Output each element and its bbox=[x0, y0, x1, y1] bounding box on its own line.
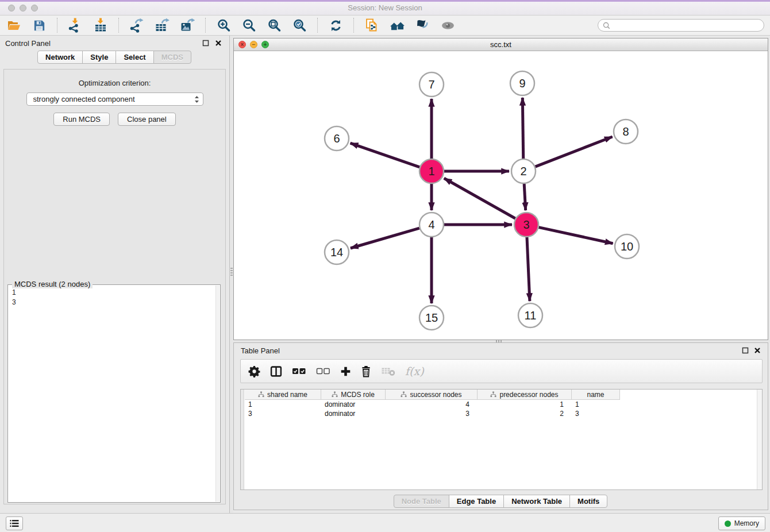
tab-mcds[interactable]: MCDS bbox=[153, 51, 191, 64]
save-session-button[interactable] bbox=[31, 17, 47, 33]
splitter-grip[interactable] bbox=[230, 268, 233, 276]
column-label: successor nodes bbox=[410, 391, 461, 399]
table-cell[interactable]: 3 bbox=[386, 409, 478, 418]
table-panel-tabs: Node TableEdge TableNetwork TableMotifs bbox=[234, 495, 768, 508]
main-toolbar bbox=[0, 16, 770, 36]
graph-edge-3-1[interactable] bbox=[444, 178, 515, 218]
trash-icon[interactable] bbox=[361, 365, 371, 377]
delete-table-icon-disabled bbox=[381, 366, 395, 376]
table-cell[interactable]: 3 bbox=[572, 409, 620, 418]
hide-panel-button[interactable] bbox=[440, 17, 456, 33]
analyzer-flag-icon bbox=[415, 18, 430, 33]
column-header-name[interactable]: name bbox=[572, 390, 620, 400]
gear-icon[interactable] bbox=[248, 365, 260, 377]
table-row[interactable]: 1dominator411 bbox=[245, 400, 620, 409]
graph-edge-1-6[interactable] bbox=[351, 143, 420, 167]
zoom-out-button[interactable] bbox=[241, 17, 257, 33]
new-network-from-selection-button[interactable] bbox=[364, 17, 380, 33]
save-disk-icon bbox=[32, 18, 47, 33]
tab-network[interactable]: Network bbox=[37, 51, 83, 64]
zoom-fit-button[interactable] bbox=[266, 17, 282, 33]
table-cell[interactable]: dominator bbox=[321, 400, 386, 409]
graph-edge-4-14[interactable] bbox=[351, 228, 419, 248]
table-cell[interactable]: 1 bbox=[245, 400, 321, 409]
network-analyzer-button[interactable] bbox=[414, 17, 430, 33]
tab-node-table[interactable]: Node Table bbox=[394, 495, 449, 508]
apply-layout-button[interactable] bbox=[328, 17, 344, 33]
table-row[interactable]: 3dominator323 bbox=[245, 409, 620, 418]
eye-icon bbox=[440, 18, 456, 33]
graph-edge-2-9[interactable] bbox=[522, 98, 523, 159]
table-cell[interactable]: 1 bbox=[572, 400, 620, 409]
show-all-networks-button[interactable] bbox=[389, 17, 405, 33]
close-panel-button[interactable]: Close panel bbox=[118, 113, 176, 126]
run-mcds-button[interactable]: Run MCDS bbox=[53, 113, 110, 126]
table-cell[interactable]: 2 bbox=[478, 409, 572, 418]
column-header-successor-nodes[interactable]: successor nodes bbox=[386, 390, 478, 400]
column-header-MCDS-role[interactable]: MCDS role bbox=[321, 390, 386, 400]
float-panel-icon[interactable] bbox=[741, 346, 749, 354]
attribute-tree-icon bbox=[332, 391, 338, 398]
export-table-button[interactable] bbox=[154, 17, 170, 33]
column-label: predecessor nodes bbox=[499, 391, 558, 399]
node-table: shared nameMCDS rolesuccessor nodesprede… bbox=[240, 389, 763, 490]
column-label: name bbox=[587, 391, 604, 399]
memory-button[interactable]: Memory bbox=[718, 516, 765, 530]
table-row-gutter bbox=[241, 390, 244, 489]
graph-node-label-11: 11 bbox=[525, 309, 537, 322]
tab-edge-table[interactable]: Edge Table bbox=[449, 495, 504, 508]
toolbar-separator bbox=[353, 18, 354, 33]
network-view-title: scc.txt bbox=[234, 40, 768, 49]
criterion-dropdown[interactable]: strongly connected component bbox=[26, 92, 203, 106]
column-header-predecessor-nodes[interactable]: predecessor nodes bbox=[478, 390, 572, 400]
zoom-fit-icon bbox=[267, 18, 282, 33]
mcds-result-list[interactable]: 1 3 bbox=[9, 286, 215, 502]
import-table-button[interactable] bbox=[93, 17, 109, 33]
search-input[interactable] bbox=[613, 21, 759, 29]
close-panel-icon[interactable] bbox=[753, 346, 761, 354]
table-cell[interactable]: dominator bbox=[321, 409, 386, 418]
mcds-panel: Optimization criterion: strongly connect… bbox=[3, 69, 226, 504]
table-header-row: shared nameMCDS rolesuccessor nodesprede… bbox=[245, 390, 620, 400]
graph-edge-2-3[interactable] bbox=[524, 184, 525, 210]
select-all-columns-icon[interactable] bbox=[292, 367, 306, 375]
result-scrollbar[interactable] bbox=[215, 286, 220, 502]
graph-edge-3-11[interactable] bbox=[527, 237, 530, 301]
network-canvas[interactable]: 1234678910111415 bbox=[234, 51, 768, 340]
column-label: shared name bbox=[267, 391, 307, 399]
export-image-button[interactable] bbox=[179, 17, 195, 33]
table-cell[interactable]: 4 bbox=[386, 400, 478, 409]
table-panel-title: Table Panel bbox=[241, 346, 280, 355]
task-history-button[interactable] bbox=[6, 516, 23, 530]
optimization-criterion-label: Optimization criterion: bbox=[4, 79, 225, 87]
float-panel-icon[interactable] bbox=[202, 39, 210, 47]
export-network-icon bbox=[129, 18, 144, 33]
graph-node-label-4: 4 bbox=[428, 218, 434, 231]
zoom-in-button[interactable] bbox=[215, 17, 232, 33]
open-session-button[interactable] bbox=[6, 17, 22, 33]
column-header-shared-name[interactable]: shared name bbox=[245, 390, 321, 400]
deselect-all-columns-icon[interactable] bbox=[316, 367, 330, 375]
table-cell[interactable]: 3 bbox=[245, 409, 321, 418]
tab-select[interactable]: Select bbox=[116, 51, 153, 64]
attribute-tree-icon bbox=[258, 391, 264, 398]
toolbar-separator bbox=[205, 18, 206, 33]
tab-network-table[interactable]: Network Table bbox=[503, 495, 570, 508]
close-panel-icon[interactable] bbox=[214, 39, 222, 47]
graph-node-label-2: 2 bbox=[520, 165, 526, 178]
add-column-icon[interactable] bbox=[340, 366, 351, 377]
graph-edge-3-10[interactable] bbox=[538, 228, 613, 244]
table-scrollbar[interactable] bbox=[757, 390, 762, 489]
network-window-titlebar: × − + scc.txt bbox=[234, 38, 768, 51]
zoom-selected-button[interactable] bbox=[291, 17, 307, 33]
tab-style[interactable]: Style bbox=[82, 51, 116, 64]
graph-edge-2-8[interactable] bbox=[536, 137, 613, 167]
search-field[interactable] bbox=[598, 19, 764, 32]
search-icon bbox=[603, 22, 610, 29]
table-cell[interactable]: 1 bbox=[478, 400, 572, 409]
export-network-button[interactable] bbox=[129, 17, 145, 33]
tab-motifs[interactable]: Motifs bbox=[569, 495, 607, 508]
attribute-tree-icon bbox=[401, 391, 407, 398]
show-columns-icon[interactable] bbox=[270, 365, 282, 377]
import-network-button[interactable] bbox=[67, 17, 83, 33]
